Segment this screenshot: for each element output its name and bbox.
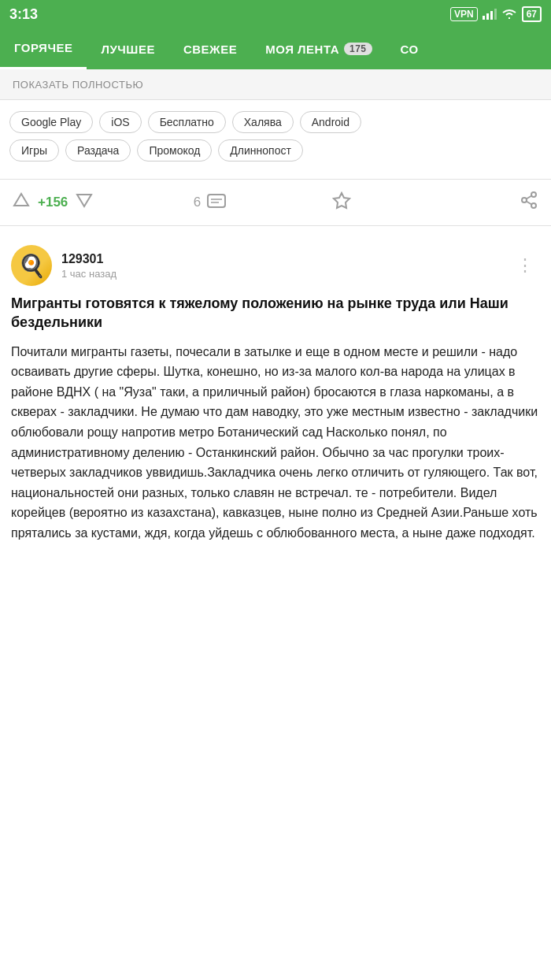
post-meta: 129301 1 час назад (61, 252, 116, 280)
post-section: 🍳 129301 1 час назад ⋮ Мигранты готовятс… (0, 234, 551, 556)
svg-rect-3 (494, 9, 497, 20)
post-username: 129301 (61, 252, 116, 266)
nav-item-best[interactable]: ЛУЧШЕЕ (87, 28, 168, 69)
post-time: 1 час назад (61, 268, 116, 280)
tag-longpost[interactable]: Длиннопост (218, 139, 303, 161)
svg-marker-5 (77, 195, 91, 206)
svg-line-13 (527, 202, 532, 205)
wifi-icon (501, 9, 517, 20)
vote-score: +156 (38, 195, 68, 210)
bookmark-button[interactable] (332, 191, 351, 214)
svg-rect-1 (486, 13, 489, 20)
tag-ios[interactable]: iOS (99, 111, 141, 133)
comment-section[interactable]: 6 (144, 194, 276, 211)
tags-section: Google Play iOS Бесплатно Халява Android… (0, 100, 551, 173)
avatar: 🍳 (11, 245, 52, 286)
nav-item-more[interactable]: СО (386, 28, 433, 69)
signal-icon (483, 9, 497, 20)
status-bar: 3:13 VPN 67 (0, 0, 551, 28)
tags-row-1: Google Play iOS Бесплатно Халява Android (9, 111, 542, 133)
status-time: 3:13 (9, 6, 38, 23)
post-body: Почитали мигранты газеты, почесали в зат… (11, 342, 540, 544)
show-more-bar[interactable]: ПОКАЗАТЬ ПОЛНОСТЬЮ (0, 69, 551, 100)
tag-promo[interactable]: Промокод (137, 139, 212, 161)
upvote-icon (13, 191, 30, 209)
svg-point-11 (522, 198, 527, 202)
nav-item-fresh[interactable]: СВЕЖЕЕ (169, 28, 251, 69)
tag-free[interactable]: Бесплатно (148, 111, 226, 133)
tags-row-2: Игры Раздача Промокод Длиннопост (9, 139, 542, 161)
svg-rect-2 (490, 11, 493, 20)
comment-count: 6 (194, 195, 201, 210)
upvote-button[interactable] (13, 191, 30, 213)
bookmark-section (276, 191, 407, 214)
svg-line-14 (527, 196, 532, 199)
post-header-left: 🍳 129301 1 час назад (11, 245, 116, 286)
bookmark-icon (332, 191, 351, 210)
post-content: Мигранты готовятся к тяжелому положению … (0, 294, 551, 556)
tag-freebie[interactable]: Халява (232, 111, 294, 133)
show-more-text: ПОКАЗАТЬ ПОЛНОСТЬЮ (13, 79, 143, 91)
svg-point-10 (531, 192, 536, 197)
svg-rect-6 (208, 195, 225, 207)
status-icons: VPN 67 (450, 6, 542, 22)
nav-item-feed[interactable]: МОЯ ЛЕНТА 175 (251, 28, 386, 69)
post-more-button[interactable]: ⋮ (510, 252, 540, 279)
tag-giveaway[interactable]: Раздача (65, 139, 131, 161)
post-header: 🍳 129301 1 час назад ⋮ (0, 234, 551, 294)
vpn-indicator: VPN (450, 7, 478, 21)
battery-indicator: 67 (522, 6, 542, 22)
comment-icon (207, 194, 226, 211)
downvote-button[interactable] (76, 191, 93, 213)
feed-badge: 175 (344, 43, 372, 55)
share-button[interactable] (520, 191, 538, 214)
svg-point-12 (531, 203, 536, 208)
svg-marker-9 (334, 193, 349, 208)
tag-google-play[interactable]: Google Play (9, 111, 93, 133)
vote-section: +156 (13, 191, 144, 213)
tag-games[interactable]: Игры (9, 139, 59, 161)
nav-bar: ГОРЯЧЕЕ ЛУЧШЕЕ СВЕЖЕЕ МОЯ ЛЕНТА 175 СО (0, 28, 551, 69)
actions-bar: +156 6 (0, 179, 551, 226)
tag-android[interactable]: Android (300, 111, 361, 133)
avatar-emoji: 🍳 (18, 253, 46, 279)
post-title: Мигранты готовятся к тяжелому положению … (11, 294, 540, 332)
share-icon (520, 191, 538, 210)
svg-marker-4 (14, 194, 28, 206)
nav-item-hot[interactable]: ГОРЯЧЕЕ (0, 28, 87, 69)
share-section (407, 191, 538, 214)
svg-rect-0 (483, 16, 485, 20)
downvote-icon (76, 191, 93, 209)
